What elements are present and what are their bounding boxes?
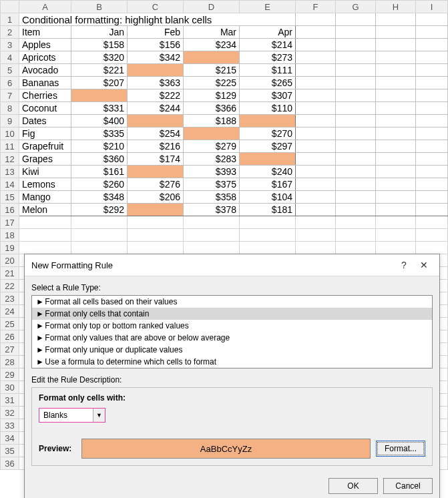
row-header-16[interactable]: 16	[1, 204, 19, 216]
cell[interactable]	[416, 216, 448, 229]
cell[interactable]	[240, 229, 296, 242]
data-cell[interactable]: $265	[240, 77, 296, 89]
data-cell[interactable]: $363	[128, 77, 184, 89]
cell[interactable]	[376, 128, 416, 140]
row-header-17[interactable]: 17	[1, 216, 19, 229]
cell[interactable]	[296, 229, 336, 242]
cell[interactable]	[240, 216, 296, 229]
item-name[interactable]: Dates	[19, 115, 71, 128]
data-cell[interactable]: $158	[71, 39, 128, 51]
row-header-10[interactable]: 10	[1, 128, 19, 140]
cell[interactable]	[416, 229, 448, 242]
cell[interactable]	[336, 229, 376, 242]
data-cell[interactable]	[240, 115, 296, 128]
data-cell[interactable]: $335	[71, 128, 128, 140]
cell[interactable]	[376, 51, 416, 64]
cell[interactable]	[184, 229, 240, 242]
column-header-D[interactable]: D	[184, 1, 240, 13]
data-cell[interactable]: $348	[71, 191, 128, 204]
data-cell[interactable]: $216	[128, 140, 184, 153]
data-cell[interactable]: $254	[128, 128, 184, 140]
column-header-F[interactable]: F	[296, 1, 336, 13]
cell[interactable]	[376, 229, 416, 242]
column-header-H[interactable]: H	[376, 1, 416, 13]
cell[interactable]	[296, 89, 336, 102]
cell[interactable]	[336, 191, 376, 204]
item-name[interactable]: Apples	[19, 39, 71, 51]
cell[interactable]	[336, 204, 376, 216]
item-name[interactable]: Coconut	[19, 102, 71, 115]
row-header-23[interactable]: 23	[1, 292, 19, 305]
data-cell[interactable]: $366	[184, 102, 240, 115]
cell[interactable]	[376, 204, 416, 216]
row-header-28[interactable]: 28	[1, 356, 19, 368]
row-header-20[interactable]: 20	[1, 254, 19, 267]
cell[interactable]	[336, 166, 376, 178]
cell[interactable]	[416, 204, 448, 216]
cell[interactable]	[71, 216, 128, 229]
row-header-21[interactable]: 21	[1, 267, 19, 280]
data-cell[interactable]: $215	[184, 64, 240, 77]
header-mar[interactable]: Mar	[184, 26, 240, 39]
cell[interactable]	[296, 191, 336, 204]
data-cell[interactable]	[128, 166, 184, 178]
rule-type-option[interactable]: ► Format only unique or duplicate values	[32, 344, 432, 356]
cell[interactable]	[416, 166, 448, 178]
column-header-I[interactable]: I	[416, 1, 448, 13]
row-header-12[interactable]: 12	[1, 153, 19, 166]
cell[interactable]	[416, 115, 448, 128]
cell[interactable]	[71, 229, 128, 242]
cell[interactable]	[416, 191, 448, 204]
data-cell[interactable]: $214	[240, 39, 296, 51]
cell[interactable]	[416, 77, 448, 89]
cell[interactable]	[416, 89, 448, 102]
cell[interactable]	[19, 229, 71, 242]
item-name[interactable]: Fig	[19, 128, 71, 140]
cell[interactable]	[376, 64, 416, 77]
chevron-down-icon[interactable]: ▼	[93, 409, 105, 422]
cell[interactable]	[296, 216, 336, 229]
rule-type-option[interactable]: ► Use a formula to determine which cells…	[32, 356, 432, 368]
cell[interactable]	[296, 51, 336, 64]
cell[interactable]	[128, 242, 184, 254]
row-header-24[interactable]: 24	[1, 305, 19, 318]
data-cell[interactable]: $225	[184, 77, 240, 89]
data-cell[interactable]: $210	[71, 140, 128, 153]
row-header-30[interactable]: 30	[1, 381, 19, 394]
data-cell[interactable]: $221	[71, 64, 128, 77]
cell[interactable]	[184, 242, 240, 254]
cell[interactable]	[296, 39, 336, 51]
data-cell[interactable]	[128, 204, 184, 216]
data-cell[interactable]: $222	[128, 89, 184, 102]
cell[interactable]	[296, 13, 336, 26]
cell[interactable]	[296, 115, 336, 128]
cell[interactable]	[416, 26, 448, 39]
item-name[interactable]: Kiwi	[19, 166, 71, 178]
cell[interactable]	[416, 128, 448, 140]
condition-value[interactable]	[39, 409, 93, 422]
data-cell[interactable]: $161	[71, 166, 128, 178]
cell[interactable]	[296, 166, 336, 178]
cell[interactable]	[296, 242, 336, 254]
sheet-title[interactable]: Conditional formatting: highlight blank …	[19, 13, 296, 26]
data-cell[interactable]: $234	[184, 39, 240, 51]
cell[interactable]	[128, 216, 184, 229]
data-cell[interactable]	[240, 153, 296, 166]
item-name[interactable]: Mango	[19, 191, 71, 204]
row-header-14[interactable]: 14	[1, 178, 19, 191]
cell[interactable]	[19, 216, 71, 229]
data-cell[interactable]: $260	[71, 178, 128, 191]
cell[interactable]	[376, 102, 416, 115]
cell[interactable]	[296, 77, 336, 89]
data-cell[interactable]: $378	[184, 204, 240, 216]
item-name[interactable]: Grapefruit	[19, 140, 71, 153]
cell[interactable]	[184, 216, 240, 229]
cell[interactable]	[296, 178, 336, 191]
item-name[interactable]: Cherries	[19, 89, 71, 102]
cell[interactable]	[376, 13, 416, 26]
row-header-11[interactable]: 11	[1, 140, 19, 153]
data-cell[interactable]: $181	[240, 204, 296, 216]
cell[interactable]	[416, 140, 448, 153]
data-cell[interactable]: $174	[128, 153, 184, 166]
data-cell[interactable]: $342	[128, 51, 184, 64]
